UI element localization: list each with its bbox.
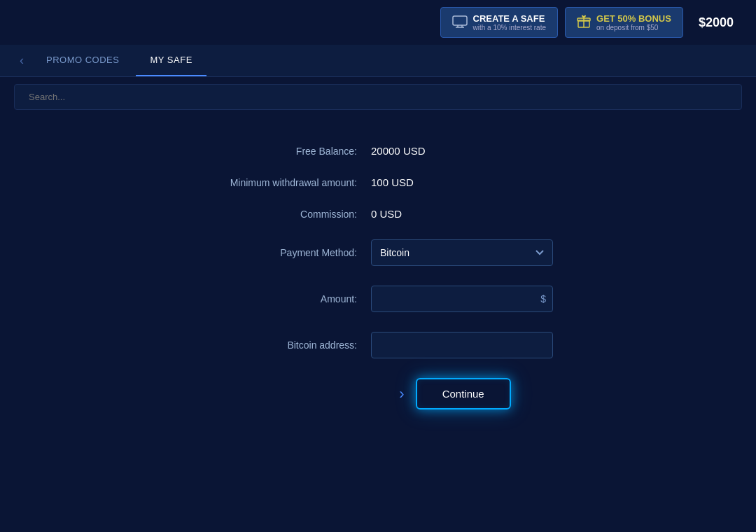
payment-method-select[interactable]: Bitcoin Ethereum USDT xyxy=(371,239,553,266)
header: CREATE A SAFE with a 10% interest rate G… xyxy=(0,0,756,45)
main-content: Free Balance: 20000 USD Minimum withdraw… xyxy=(0,117,756,438)
payment-method-label: Payment Method: xyxy=(203,247,357,258)
amount-input[interactable] xyxy=(371,286,553,312)
back-button[interactable]: ‹ xyxy=(14,45,29,76)
bonus-subtitle: on deposit from $50 xyxy=(596,24,671,31)
bitcoin-address-row: Bitcoin address: xyxy=(203,332,553,358)
filter-bar xyxy=(14,84,742,110)
gift-icon xyxy=(577,15,591,31)
dollar-icon: $ xyxy=(540,293,546,304)
bonus-title: GET 50% BONUS xyxy=(596,13,671,24)
amount-input-wrapper: $ xyxy=(371,286,553,312)
chevron-right-icon[interactable]: › xyxy=(399,385,404,403)
bitcoin-address-input[interactable] xyxy=(371,332,553,358)
create-safe-title: CREATE A SAFE xyxy=(473,13,547,24)
create-safe-subtitle: with a 10% interest rate xyxy=(473,24,547,31)
balance-display: $2000 xyxy=(690,10,742,36)
free-balance-label: Free Balance: xyxy=(203,146,357,157)
tab-promo-codes[interactable]: PROMO CODES xyxy=(32,45,133,76)
min-withdrawal-value: 100 USD xyxy=(371,176,414,188)
commission-value: 0 USD xyxy=(371,208,402,220)
commission-label: Commission: xyxy=(203,209,357,220)
amount-label: Amount: xyxy=(203,293,357,304)
bitcoin-address-label: Bitcoin address: xyxy=(203,340,357,351)
min-withdrawal-label: Minimum withdrawal amount: xyxy=(203,177,357,188)
create-safe-button[interactable]: CREATE A SAFE with a 10% interest rate xyxy=(440,7,559,38)
bonus-button[interactable]: GET 50% BONUS on deposit from $50 xyxy=(565,7,683,38)
payment-method-row: Payment Method: Bitcoin Ethereum USDT xyxy=(203,239,553,266)
continue-button[interactable]: Continue xyxy=(416,378,511,410)
withdrawal-form: Free Balance: 20000 USD Minimum withdraw… xyxy=(203,145,553,410)
svg-rect-0 xyxy=(453,16,467,25)
tabs-bar: ‹ PROMO CODES MY SAFE xyxy=(0,45,756,77)
free-balance-value: 20000 USD xyxy=(371,145,426,157)
min-withdrawal-row: Minimum withdrawal amount: 100 USD xyxy=(203,176,553,188)
monitor-icon xyxy=(452,15,468,30)
free-balance-row: Free Balance: 20000 USD xyxy=(203,145,553,157)
amount-row: Amount: $ xyxy=(203,286,553,312)
commission-row: Commission: 0 USD xyxy=(203,208,553,220)
action-row: › Continue xyxy=(203,378,553,410)
filter-input[interactable] xyxy=(29,92,169,102)
tab-my-safe[interactable]: MY SAFE xyxy=(136,45,206,76)
